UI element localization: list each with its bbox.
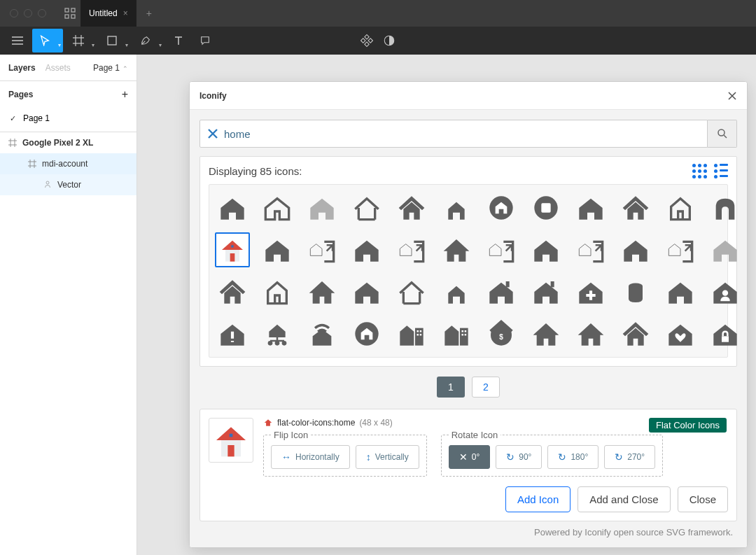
icon-result-cell[interactable] — [573, 274, 608, 309]
icon-result-cell[interactable] — [484, 316, 519, 351]
list-view-toggle[interactable] — [714, 164, 728, 178]
add-icon-button[interactable]: Add Icon — [505, 486, 570, 512]
traffic-max[interactable] — [38, 9, 46, 17]
rotate-90-button[interactable]: ↻ 90° — [496, 445, 542, 469]
icon-result-cell[interactable] — [663, 274, 698, 309]
add-page-button[interactable]: + — [122, 88, 128, 101]
icon-result-cell[interactable] — [304, 190, 340, 225]
close-tab-icon[interactable]: × — [123, 8, 128, 18]
icon-result-cell[interactable] — [573, 232, 608, 267]
icon-result-cell[interactable] — [618, 274, 653, 309]
panel-title: Iconify — [200, 91, 227, 101]
canvas-area[interactable]: Iconify — [137, 55, 756, 555]
icon-result-cell[interactable] — [439, 232, 474, 267]
icon-result-cell[interactable] — [439, 274, 474, 309]
icon-result-cell[interactable] — [663, 316, 698, 351]
icon-result-cell[interactable] — [708, 274, 743, 309]
icon-result-cell[interactable] — [663, 232, 698, 267]
mask-icon[interactable] — [383, 34, 396, 47]
icon-result-cell[interactable] — [484, 274, 519, 309]
layer-frame-row[interactable]: mdi-account — [0, 153, 136, 174]
menu-button[interactable] — [6, 29, 29, 52]
icon-result-cell[interactable] — [528, 316, 564, 351]
traffic-close[interactable] — [10, 9, 18, 17]
selected-icon-name: flat-color-icons:home — [277, 418, 355, 428]
icon-result-cell[interactable] — [528, 232, 564, 267]
rotate-legend: Rotate Icon — [449, 430, 501, 440]
flip-horizontal-button[interactable]: ↔ Horizontally — [271, 445, 350, 469]
icon-result-cell[interactable] — [708, 316, 743, 351]
icon-result-cell[interactable] — [528, 274, 564, 309]
panel-close-button[interactable] — [727, 91, 737, 101]
frame-tool[interactable]: ▾ — [66, 29, 97, 52]
rotate-270-button[interactable]: ↻ 270° — [604, 445, 655, 469]
page-selector[interactable]: Page 1⌃ — [93, 63, 128, 73]
icon-result-cell[interactable] — [304, 232, 340, 267]
iconset-tag[interactable]: Flat Color Icons — [649, 418, 727, 433]
app-grid-icon[interactable] — [63, 6, 77, 20]
page-row[interactable]: ✓ Page 1 — [0, 108, 136, 129]
layer-frame-row[interactable]: Google Pixel 2 XL — [0, 132, 136, 153]
doc-tab-untitled[interactable]: Untitled × — [80, 0, 136, 27]
icon-result-cell[interactable] — [439, 190, 474, 225]
icon-result-cell[interactable] — [394, 232, 429, 267]
icon-result-cell[interactable] — [528, 190, 564, 225]
icon-result-cell[interactable] — [215, 274, 250, 309]
icon-result-cell[interactable] — [663, 190, 698, 225]
window-titlebar: Untitled × + — [0, 0, 756, 27]
icon-result-cell[interactable] — [618, 190, 653, 225]
icon-result-cell[interactable] — [573, 316, 608, 351]
tab-assets[interactable]: Assets — [46, 63, 71, 73]
add-and-close-button[interactable]: Add and Close — [578, 486, 670, 512]
icon-result-cell[interactable] — [394, 274, 429, 309]
icon-result-cell[interactable] — [215, 316, 250, 351]
icon-result-cell[interactable] — [260, 316, 295, 351]
icon-search-bar — [200, 120, 737, 148]
icon-result-cell[interactable] — [484, 190, 519, 225]
icon-result-cell[interactable] — [618, 316, 653, 351]
rotate-0-button[interactable]: ✕ 0° — [449, 445, 490, 469]
icon-result-cell[interactable] — [394, 316, 429, 351]
icon-result-cell[interactable] — [618, 232, 653, 267]
icon-result-cell[interactable] — [349, 274, 384, 309]
page-1-button[interactable]: 1 — [437, 377, 465, 398]
svg-rect-34 — [361, 38, 365, 43]
icon-result-cell[interactable] — [439, 316, 474, 351]
icon-result-cell[interactable] — [304, 274, 340, 309]
icon-result-cell[interactable] — [708, 232, 743, 267]
flip-legend: Flip Icon — [271, 430, 311, 440]
icon-result-cell[interactable] — [349, 232, 384, 267]
comment-tool[interactable] — [193, 29, 217, 52]
flip-vertical-button[interactable]: ↕ Vertically — [356, 445, 419, 469]
icon-result-cell[interactable] — [260, 190, 295, 225]
icon-detail-panel: Flat Color Icons flat-color-icons:home — [200, 409, 737, 521]
icon-result-cell[interactable] — [215, 190, 250, 225]
search-input[interactable] — [224, 128, 700, 140]
close-button[interactable]: Close — [678, 486, 728, 512]
tab-layers[interactable]: Layers — [8, 63, 36, 73]
page-2-button[interactable]: 2 — [472, 377, 500, 398]
icon-result-cell[interactable] — [215, 232, 250, 267]
icon-result-cell[interactable] — [484, 232, 519, 267]
pen-tool[interactable]: ▾ — [133, 29, 164, 52]
clear-search-icon[interactable] — [207, 128, 218, 139]
icon-result-cell[interactable] — [573, 190, 608, 225]
rotate-180-button[interactable]: ↻ 180° — [547, 445, 598, 469]
grid-view-toggle[interactable] — [692, 164, 707, 178]
components-icon[interactable] — [360, 34, 373, 47]
icon-result-cell[interactable] — [394, 190, 429, 225]
traffic-min[interactable] — [24, 9, 32, 17]
icon-result-cell[interactable] — [260, 232, 295, 267]
icon-result-cell[interactable] — [708, 190, 743, 225]
move-tool[interactable]: ▾ — [32, 29, 63, 52]
new-tab-button[interactable]: + — [136, 8, 162, 19]
text-tool[interactable] — [167, 29, 190, 52]
search-button[interactable] — [708, 120, 737, 148]
shape-tool[interactable]: ▾ — [99, 29, 130, 52]
icon-result-cell[interactable] — [349, 190, 384, 225]
layer-label: mdi-account — [42, 159, 88, 169]
layer-vector-row[interactable]: Vector — [0, 174, 136, 195]
icon-result-cell[interactable] — [304, 316, 340, 351]
icon-result-cell[interactable] — [349, 316, 384, 351]
icon-result-cell[interactable] — [260, 274, 295, 309]
